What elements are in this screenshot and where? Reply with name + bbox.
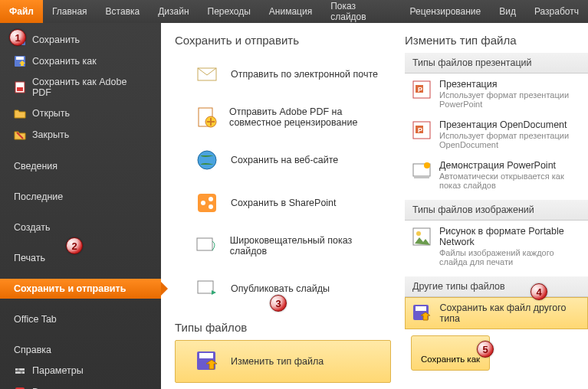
action-label: Изменить тип файла (231, 356, 324, 367)
ribbon-tab-6[interactable]: Показ слайдов (321, 0, 400, 23)
filetype-label: Презентация OpenDocument (439, 119, 581, 130)
save-send-action-0[interactable]: Отправить по электронной почте (175, 53, 391, 96)
action-label: Сохранить в SharePoint (231, 198, 337, 208)
changetype-icon (194, 348, 220, 374)
action-label: Широковещательный показ слайдов (230, 235, 386, 257)
sidebar-item-label: Сведения (14, 161, 57, 172)
svg-rect-23 (197, 238, 212, 250)
sidebar-item-4[interactable]: Закрыть (0, 124, 161, 145)
file-types-title: Типы файлов (175, 321, 391, 334)
file-type-action-1[interactable]: Создать Adobe PDF (175, 383, 391, 389)
sidebar-item-1[interactable]: Сохранить как (0, 51, 161, 72)
sidebar-item-10[interactable]: Office Tab (0, 309, 161, 329)
sharepoint-icon (194, 190, 220, 216)
sidebar-item-label: Сохранить (32, 34, 80, 45)
save-send-action-3[interactable]: Сохранить в SharePoint (175, 181, 391, 224)
filetype-label: Сохранить как файл другого типа (440, 302, 582, 324)
sidebar-item-6[interactable]: Последние (0, 187, 161, 207)
sidebar-item-label: Создать (14, 222, 51, 233)
svg-point-38 (416, 231, 421, 236)
save-send-action-4[interactable]: Широковещательный показ слайдов (175, 224, 391, 267)
pdfreview-icon (194, 104, 218, 130)
callout-badge-5: 5 (477, 341, 494, 358)
svg-point-22 (209, 204, 213, 209)
action-label: Отправить Adobe PDF на совместное реценз… (229, 106, 386, 128)
callout-badge-4: 4 (531, 283, 547, 300)
file-type-action-0[interactable]: Изменить тип файла (175, 340, 391, 383)
group-header-presentation-types: Типы файлов презентаций (405, 53, 588, 74)
sidebar-item-7[interactable]: Создать (0, 217, 161, 237)
ribbon-tab-3[interactable]: Дизайн (149, 0, 198, 23)
ribbon-tab-9[interactable]: Разработч (525, 0, 588, 23)
sidebar-item-12[interactable]: Параметры (0, 360, 161, 381)
svg-rect-19 (198, 194, 216, 212)
ribbon-tab-5[interactable]: Анимация (260, 0, 321, 23)
sidebar-item-label: Сохранить и отправить (14, 283, 126, 294)
presentation-type-2[interactable]: Демонстрация PowerPointАвтоматически отк… (405, 155, 588, 195)
pptx-icon (412, 160, 432, 181)
svg-point-11 (21, 371, 23, 374)
mail-icon (194, 61, 220, 87)
action-label: Отправить по электронной почте (231, 69, 378, 80)
group-header-other-types: Другие типы файлов (405, 276, 588, 297)
image-types-list: Рисунок в формате Portable NetworkФайлы … (405, 221, 588, 272)
filetype-desc: Автоматически открывается как показ слай… (439, 172, 581, 190)
ribbon-tab-2[interactable]: Вставка (97, 0, 149, 23)
callout-badge-2: 2 (66, 237, 83, 254)
file-type-actions: Изменить тип файлаСоздать Adobe PDF (175, 340, 391, 389)
svg-point-18 (198, 151, 216, 169)
save-send-action-1[interactable]: Отправить Adobe PDF на совместное реценз… (175, 96, 391, 139)
close-icon (14, 129, 26, 141)
svg-rect-40 (416, 306, 426, 311)
save-send-title: Сохранить и отправить (175, 34, 391, 47)
save-send-action-2[interactable]: Сохранить на веб-сайте (175, 139, 391, 181)
ribbon-tab-7[interactable]: Рецензирование (401, 0, 491, 23)
sidebar-item-label: Справка (14, 345, 51, 355)
backstage-sidebar: СохранитьСохранить какСохранить как Adob… (0, 23, 161, 389)
image-type-0[interactable]: Рисунок в формате Portable NetworkФайлы … (405, 221, 588, 272)
svg-rect-26 (199, 353, 213, 358)
presentation-type-0[interactable]: PПрезентацияИспользует формат презентаци… (405, 74, 588, 114)
ribbon-tab-0[interactable]: Файл (0, 0, 43, 23)
ribbon-tab-8[interactable]: Вид (490, 0, 525, 23)
sidebar-item-11[interactable]: Справка (0, 340, 161, 360)
globe-icon (194, 147, 220, 173)
other-type-0[interactable]: Сохранить как файл другого типа (405, 297, 588, 329)
callout-badge-3: 3 (270, 295, 287, 312)
filetype-desc: Использует формат презентации OpenDocume… (439, 131, 581, 149)
sidebar-item-9[interactable]: Сохранить и отправить (0, 279, 161, 299)
exit-icon (14, 386, 26, 389)
svg-point-36 (424, 162, 430, 168)
group-header-image-types: Типы файлов изображений (405, 200, 588, 221)
save-send-column: Сохранить и отправить Отправить по элект… (161, 23, 399, 389)
pptx-icon: P (412, 79, 432, 100)
broadcast-icon (194, 233, 219, 259)
ribbon-tabs: ФайлГлавнаяВставкаДизайнПереходыАнимация… (0, 0, 588, 23)
presentation-types-list: PПрезентацияИспользует формат презентаци… (405, 74, 588, 195)
svg-rect-8 (15, 368, 25, 371)
sidebar-item-5[interactable]: Сведения (0, 156, 161, 176)
svg-rect-9 (15, 371, 25, 374)
ribbon-tab-4[interactable]: Переходы (199, 0, 260, 23)
sidebar-item-label: Сохранить как Adobe PDF (32, 77, 147, 98)
sidebar-item-label: Закрыть (32, 129, 69, 140)
svg-rect-4 (16, 57, 24, 60)
sidebar-item-13[interactable]: Выход (0, 381, 161, 389)
sidebar-item-label: Параметры (32, 365, 84, 376)
svg-text:P: P (418, 126, 422, 134)
sidebar-item-2[interactable]: Сохранить как Adobe PDF (0, 72, 161, 103)
sidebar-item-label: Office Tab (14, 314, 57, 325)
presentation-type-1[interactable]: PПрезентация OpenDocumentИспользует форм… (405, 114, 588, 155)
pptx-icon: P (412, 119, 432, 141)
filetype-desc: Использует формат презентации PowerPoint (439, 90, 581, 109)
ribbon-tab-1[interactable]: Главная (43, 0, 97, 23)
callout-badge-1: 1 (9, 29, 26, 46)
change-filetype-column: Изменить тип файла Типы файлов презентац… (399, 23, 588, 389)
svg-rect-24 (198, 281, 213, 293)
other-types-list: Сохранить как файл другого типа (405, 297, 588, 329)
sidebar-item-3[interactable]: Открыть (0, 103, 161, 124)
filetype-label: Рисунок в формате Portable Network (439, 226, 581, 247)
svg-point-21 (209, 197, 213, 201)
options-icon (14, 364, 26, 377)
change-filetype-title: Изменить тип файла (405, 34, 588, 47)
